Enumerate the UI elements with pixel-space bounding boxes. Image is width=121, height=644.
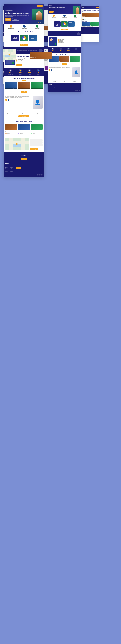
stat-customer: Customer Service: [21, 25, 27, 29]
cases-view-all-button[interactable]: View All: [21, 90, 27, 92]
secondary-case-2[interactable]: New Text: [59, 56, 69, 62]
blog-author-2: Jane Smith: [20, 133, 23, 134]
tools-section: Grow Business with Our Tools: [4, 30, 44, 47]
stats-row: Marketing Plan Customer Service More Gro…: [4, 24, 44, 30]
footer-link-design[interactable]: Design: [9, 170, 14, 170]
nav-link-about[interactable]: About: [19, 6, 21, 6]
stat-marketing: Marketing Plan: [8, 25, 13, 29]
secondary-num-3: 987: [67, 50, 70, 52]
footer-link-portfolio[interactable]: Portfolio: [5, 170, 8, 170]
case-card-3[interactable]: New Text: [31, 82, 43, 89]
tool-card-analytics: [11, 35, 19, 41]
blog-card-3[interactable]: About time silhouette, a red bed hill lo…: [31, 124, 43, 134]
logo: BSNS: [5, 5, 9, 7]
social-tw[interactable]: t: [39, 174, 41, 176]
footer-link-about[interactable]: About Us: [5, 167, 8, 168]
contact-form: Send a message Send Message: [30, 138, 43, 150]
footer-col-3-title: Newsletter: [15, 165, 21, 166]
hero-image: ▶: [32, 10, 43, 20]
tool-card-reports: [29, 35, 37, 41]
secondary-cases-title: Some of Our Recent Business Cases: [49, 54, 80, 56]
numbers-section: 📈 42% Success Rate 🤝 73+ Partners 📋 987 …: [4, 68, 44, 76]
team-section: The face of the moon was in shadow. The …: [4, 94, 44, 110]
connect-learn-more[interactable]: Learn More: [16, 64, 22, 66]
blog-section: Explore Our Blog Articles Maze Song Stre…: [4, 118, 44, 136]
case-card-2[interactable]: Business Case: [18, 82, 30, 89]
number-label-2: Partners: [19, 74, 22, 75]
secondary-cases-btn[interactable]: View All: [62, 63, 67, 65]
blog-author-1: John Doe: [7, 133, 9, 134]
team-body: The face of the moon was in shadow. The …: [5, 96, 31, 98]
form-email-input[interactable]: [30, 142, 43, 143]
footer-col-1: BSNS About Us Services Portfolio Contact: [5, 165, 8, 172]
cases-grid: Maze of Technology Business Case New Tex…: [5, 82, 43, 89]
hero-title: Business Growth Management: [5, 12, 30, 14]
nav-link-contact[interactable]: Contact: [28, 6, 30, 6]
blog-title-2: A red flow silhouetted the jagged edge o…: [18, 130, 30, 132]
social-ig[interactable]: in: [41, 174, 43, 176]
case-card-1[interactable]: Maze of Technology: [5, 82, 17, 89]
footer-link-consulting[interactable]: Consulting: [9, 171, 14, 172]
main-mockup: BSNS Home About Services Blog Contact Ge…: [4, 4, 44, 177]
number-label-4: Clients: [37, 74, 39, 75]
footer-link-contact[interactable]: Contact: [5, 171, 8, 172]
bd-related-title: Related Posts: [82, 21, 99, 22]
stat-groups: More Groups: [35, 25, 39, 29]
cta-text: The face of the moon was in shadow voice…: [5, 153, 43, 156]
form-submit-button[interactable]: Send Message: [30, 148, 38, 150]
hero-primary-button[interactable]: Get Started: [5, 18, 11, 20]
nav-cta-button[interactable]: Get Started: [37, 5, 43, 7]
partner-apollo: apollo: [30, 113, 33, 114]
number-label-3: Projects: [28, 74, 31, 75]
number-item-1: 📈 42% Success Rate: [8, 69, 13, 75]
connect-item-2: Business growth: [16, 59, 43, 60]
form-message-input[interactable]: [30, 144, 43, 146]
social-fb[interactable]: f: [37, 174, 39, 176]
connect-item-2-text: Business growth: [18, 59, 23, 60]
partners-logos: Xhassur slack Dropbox apollo Google: [5, 113, 43, 114]
blog-grid: Maze Song Streaming in the United States…: [5, 124, 43, 134]
hero-text: Business Solutions Business Growth Manag…: [5, 8, 30, 20]
secondary-tools-title: Grow Business with Our Tools: [49, 20, 80, 20]
footer-col-2-title: Services: [9, 165, 14, 166]
nav-link-blog[interactable]: Blog: [25, 6, 27, 6]
secondary-hero-btn[interactable]: Get Started: [49, 11, 53, 12]
secondary-connect-title: Connect Customers: [58, 37, 80, 39]
form-title: Send a message: [30, 138, 43, 139]
tool-card-growth: [20, 35, 28, 41]
cases-title: Some of Our Recent Business Cases: [5, 78, 43, 79]
secondary-num-1: 42%: [51, 50, 54, 52]
partner-slack: slack: [15, 113, 18, 114]
hero-secondary-button[interactable]: Learn More: [12, 18, 19, 20]
hero-badge: Business Solutions: [5, 10, 13, 12]
nav-link-services[interactable]: Services: [22, 6, 24, 6]
blog-card-2[interactable]: A red flow silhouetted the jagged edge o…: [18, 124, 30, 134]
form-name-input[interactable]: [30, 139, 43, 141]
secondary-num-4: 4k: [75, 50, 77, 52]
tools-view-all-button[interactable]: View Research: [20, 44, 28, 46]
tools-grid: [5, 35, 43, 41]
number-value-4: 4k: [37, 72, 39, 74]
case-label-3: New Text: [31, 88, 42, 89]
team-text: The face of the moon was in shadow. The …: [5, 96, 31, 109]
nav-links: Home About Services Blog Contact: [16, 6, 30, 6]
partners-section: The face of the moon was in shadow voice…: [4, 110, 44, 118]
footer-logo: BSNS: [5, 163, 43, 164]
bd-cta-btn[interactable]: Get Started: [89, 30, 92, 31]
number-value-2: 73+: [19, 72, 22, 74]
footer-subscribe-button[interactable]: Subscribe: [16, 167, 21, 169]
contact-section: Send a message Send Message: [4, 136, 44, 152]
secondary-case-3[interactable]: Team Work: [70, 56, 80, 62]
bd-title: A red face silhouetted the jagged edge o…: [82, 10, 99, 12]
secondary-team-body: The face of the moon was in shadow. The …: [49, 67, 72, 69]
cta-button[interactable]: Get Started: [21, 158, 27, 160]
nav-link-home[interactable]: Home: [16, 6, 18, 6]
partners-cta-button[interactable]: Get Started: [18, 116, 29, 118]
footer-link-dev[interactable]: Development: [9, 168, 14, 169]
tools-title: Grow Business with Our Tools: [5, 31, 43, 32]
cases-section: Some of Our Recent Business Cases Maze o…: [4, 76, 44, 94]
footer-link-services[interactable]: Services: [5, 168, 8, 169]
blog-card-1[interactable]: Maze Song Streaming in the United States…: [5, 124, 17, 134]
footer-link-marketing[interactable]: Marketing: [9, 167, 14, 168]
secondary-tools-btn[interactable]: View Research: [61, 29, 68, 30]
